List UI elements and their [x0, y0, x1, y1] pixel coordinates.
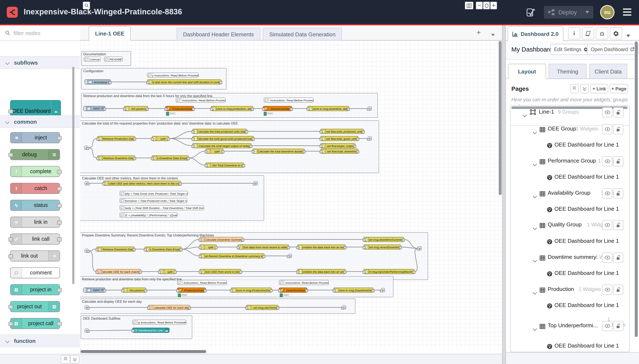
port[interactable] [180, 248, 183, 251]
port[interactable] [199, 271, 202, 274]
port[interactable] [176, 289, 179, 292]
port[interactable] [174, 271, 177, 274]
canvas-horizontal-scrollbar[interactable] [81, 350, 206, 353]
port[interactable] [151, 138, 154, 140]
tree-row-group[interactable]: Production 1 Widgets [510, 282, 629, 296]
node-Retrieve-Downtime-Data[interactable]: Retrieve Downtime Data [96, 246, 135, 252]
add-link-button[interactable]: + Link [590, 84, 608, 93]
port[interactable] [102, 182, 105, 185]
tree-row-group[interactable]: Downtime summery 1 Widgets [510, 250, 629, 264]
tree-row-group[interactable]: Performance Group 1 Widgets [510, 154, 629, 168]
lock-toggle-button[interactable] [613, 284, 623, 295]
node-Calculate-the-total-good-units-produced-[interactable]: Calculate the total good units produced … [192, 136, 254, 141]
node-store-in-msg.production_data[interactable]: store in msg.production_data [211, 106, 253, 111]
node-linkout[interactable] [368, 106, 372, 111]
main-menu-button[interactable] [621, 7, 633, 17]
node-README[interactable]: README [104, 56, 123, 62]
port[interactable] [252, 138, 255, 140]
port[interactable] [139, 271, 142, 274]
node-set-msg.recentDowntime[interactable]: set msg.recentDowntime [364, 244, 401, 250]
lock-toggle-button[interactable] [613, 124, 623, 134]
deploy-options-dropdown[interactable] [581, 9, 589, 16]
port[interactable] [57, 288, 62, 292]
node-Key-Instructions:-Read-Before-Proceeding[interactable]: Key Instructions: Read Before Proceeding [132, 320, 186, 325]
tab-layout[interactable]: Layout [508, 64, 546, 79]
tree-row-group[interactable]: Quality Group 1 Widgets [510, 218, 629, 232]
port[interactable] [402, 238, 405, 241]
node-Retrieve-Production-Data[interactable]: Retrieve Production Data [97, 136, 135, 141]
chevron-down-icon[interactable] [533, 324, 536, 332]
node-linkin[interactable] [85, 249, 89, 253]
lock-toggle-button[interactable] [613, 188, 623, 198]
filter-nodes-input[interactable]: filter nodes [0, 25, 80, 41]
node-OEE-Dashboard-for-Line-1[interactable]: OEE Dashboard for Line 1 [132, 328, 169, 333]
port[interactable] [320, 145, 323, 148]
node-linkin[interactable] [85, 181, 89, 186]
port[interactable] [221, 150, 224, 153]
node-Combine-the-data-back-into-an-array.[interactable]: Combine the data back into an array. [297, 244, 346, 250]
node-split[interactable]: split [199, 244, 217, 250]
visibility-toggle-button[interactable] [602, 220, 612, 230]
port[interactable] [245, 306, 248, 309]
node-Performance-=-Total-Produced-Units-/-Tot[interactable]: Performance = Total Produced Units / Tot… [120, 198, 187, 203]
port[interactable] [57, 220, 62, 225]
chevron-down-icon[interactable] [533, 128, 536, 135]
sidebar-resize-handle[interactable] [502, 25, 506, 364]
node-split[interactable]: split [152, 136, 169, 141]
node-set-msg.topUnderPerformingMachines[interactable]: set msg.topUnderPerformingMachines [364, 269, 415, 274]
port[interactable] [87, 330, 90, 333]
port[interactable] [96, 248, 99, 251]
port[interactable] [147, 306, 150, 309]
port[interactable] [380, 290, 383, 292]
lock-toggle-button[interactable] [613, 220, 623, 230]
tree-row-widget[interactable]: OEE Dashboard for Line 1 [510, 170, 629, 184]
zoom-in-button[interactable]: + [490, 2, 497, 9]
port[interactable] [199, 238, 202, 241]
node-License[interactable]: License [84, 56, 101, 62]
node-Is-Downtime-Data-Empty?[interactable]: Is Downtime Data Empty? [152, 156, 189, 160]
port[interactable] [253, 183, 256, 186]
node-inject-↺[interactable]: inject ↺ [83, 288, 105, 293]
port[interactable] [262, 255, 265, 258]
port[interactable] [356, 150, 359, 153]
tree-row-widget[interactable]: OEE Dashboard for Line 1 [510, 138, 629, 152]
node-set-msg.oeeTrend[interactable]: set msg.oeeTrend [246, 305, 278, 310]
port[interactable] [249, 145, 252, 148]
port[interactable] [356, 138, 359, 140]
sidebar-scrollbar[interactable] [635, 42, 638, 337]
port[interactable] [123, 108, 126, 110]
port[interactable] [276, 306, 279, 309]
palette-expand-all-button[interactable] [70, 355, 80, 364]
port[interactable] [362, 130, 365, 133]
node-linkin[interactable] [85, 305, 89, 310]
node-Quality-=-Total-Good-Units-Produced-/-To[interactable]: Quality = Total Good Units Produced / To… [120, 191, 188, 196]
node-DowntimeData[interactable]: DowntimeData [263, 106, 292, 111]
node-inject-↺[interactable]: inject ↺ [83, 106, 105, 111]
sidebar-tabs-dropdown[interactable] [626, 31, 630, 39]
chevron-down-icon[interactable] [533, 288, 536, 296]
node-Calculate-OEE-for-each-machine[interactable]: fCalculate OEE for each machine [96, 269, 141, 274]
debug-tab-button[interactable] [596, 28, 608, 39]
node-Set-Total-Downtime-to-0[interactable]: Set Total Downtime to 0 [205, 162, 244, 168]
port[interactable] [320, 138, 323, 140]
port[interactable] [245, 130, 248, 133]
node-split[interactable]: split [159, 269, 176, 274]
tree-row-group[interactable]: Availability Group 1 Widgets [510, 186, 629, 200]
tab-theming[interactable]: Theming [549, 64, 587, 79]
port[interactable] [347, 108, 350, 110]
port[interactable] [167, 138, 170, 140]
port[interactable] [296, 271, 299, 274]
port[interactable] [320, 130, 323, 133]
port[interactable] [363, 271, 366, 274]
node-linkin[interactable] [84, 146, 88, 150]
inject-button[interactable] [84, 288, 86, 292]
port[interactable] [287, 246, 290, 249]
node-linkout[interactable] [368, 136, 372, 140]
node-timestamp-¹[interactable]: timestamp ¹ [85, 80, 111, 84]
port[interactable] [103, 108, 106, 110]
lock-toggle-button[interactable] [613, 107, 623, 118]
flowfuse-logo-icon[interactable] [7, 6, 18, 18]
port[interactable] [9, 153, 13, 157]
port[interactable] [199, 246, 202, 249]
node-Key-Instructions:-Read-Before-Proceeding[interactable]: Key Instructions: Read Before Proceeding [147, 73, 199, 78]
